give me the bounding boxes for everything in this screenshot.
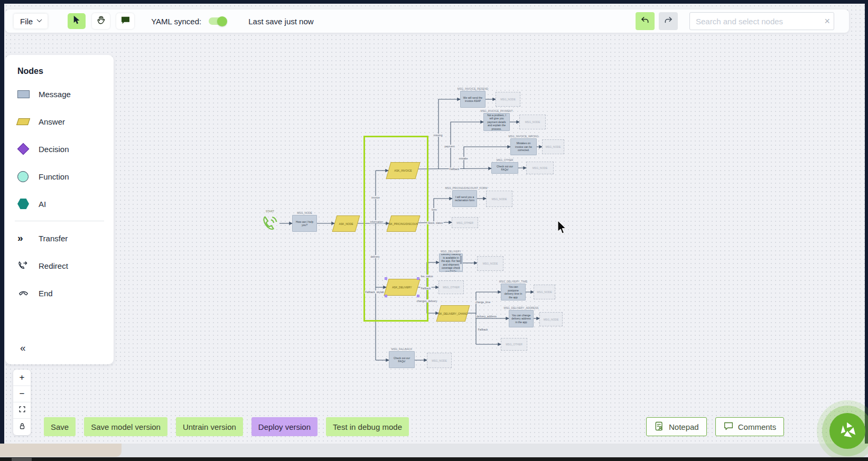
edge-label: delivery xyxy=(370,255,380,258)
selection-handle[interactable] xyxy=(417,277,419,280)
msg-delivery[interactable]: MSG_DELIVERYDelivery tracking is availab… xyxy=(439,253,463,272)
ghost-10[interactable]: MSG_OTHER xyxy=(452,217,478,228)
node-title: MSG_PRICING/DISCOUNT_FORM xyxy=(445,186,484,190)
ask-pricing[interactable]: ASK_PRICING/DISCOUNT xyxy=(389,215,418,232)
ghost-9[interactable]: MSG_OTHER xyxy=(501,338,527,351)
msg-other-invoice[interactable]: MSG_OTHERCheck out our FAQs! xyxy=(491,162,518,174)
select-tool-button[interactable] xyxy=(68,13,86,29)
redo-button[interactable] xyxy=(659,12,678,30)
test-debug-mode-button[interactable]: Test in debug mode xyxy=(326,417,409,436)
actions-row: Save Save model version Untrain version … xyxy=(44,417,409,436)
node-label: ASK_DELIVERY xyxy=(386,279,418,296)
selection-handle[interactable] xyxy=(385,277,387,280)
flow-canvas[interactable]: MSG_NODEHow can I help you?ASK_NODEASK_I… xyxy=(4,4,865,444)
node-title: MSG_DELIVERY_TIME xyxy=(493,280,533,283)
node-text: Not a problem, I will give you payment d… xyxy=(484,114,509,130)
ghost-3[interactable]: MSG_NODE xyxy=(542,139,564,154)
notepad-label: Notepad xyxy=(669,422,699,431)
ghost-11[interactable]: MSG_OTHER xyxy=(438,280,464,294)
palette-item-transfer[interactable]: »Transfer xyxy=(5,224,114,252)
ghost-1[interactable]: MSG_NODE xyxy=(496,92,520,107)
palette-item-function[interactable]: Function xyxy=(5,163,114,190)
selection-handle[interactable] xyxy=(385,295,387,297)
palette-divider xyxy=(15,221,104,221)
node-label: MSG_NODE xyxy=(499,98,517,101)
redo-icon xyxy=(664,16,673,26)
undo-button[interactable] xyxy=(636,12,655,30)
msg-delivery-time[interactable]: MSG_DELIVERY_TIMEYou can postpone delive… xyxy=(501,284,526,300)
comments-icon xyxy=(723,421,734,432)
ghost-8[interactable]: MSG_NODE xyxy=(539,312,563,326)
redirect-shape-icon xyxy=(17,260,33,271)
node-scrollbar[interactable] xyxy=(460,255,462,270)
ask-invoice[interactable]: ASK_INVOICE xyxy=(388,162,418,179)
palette-item-decision[interactable]: Decision xyxy=(5,135,114,163)
brand-triangles-icon xyxy=(837,420,857,442)
deploy-version-button[interactable]: Deploy version xyxy=(251,417,318,436)
msg-node-main[interactable]: MSG_NODEHow can I help you? xyxy=(292,215,317,232)
lock-button[interactable] xyxy=(13,419,31,435)
edge-label: information xyxy=(370,220,384,223)
msg-invoice-payment[interactable]: MSG_INVOICE_PAYMENTNot a problem, I will… xyxy=(483,113,510,131)
scrollbar-thumb[interactable] xyxy=(0,444,122,457)
end-shape-icon xyxy=(17,289,33,297)
start-phone-icon xyxy=(261,225,279,234)
comment-tool-button[interactable] xyxy=(116,13,134,29)
function-shape-icon xyxy=(17,171,33,182)
node-label: MSG_NODE xyxy=(544,145,563,148)
palette-item-label: AI xyxy=(39,200,46,209)
ghost-12[interactable]: MSG_NODE xyxy=(427,353,452,368)
comments-button[interactable]: Comments xyxy=(715,417,785,436)
collapse-panel-button[interactable]: « xyxy=(20,342,26,354)
node-label: MSG_OTHER xyxy=(455,221,475,224)
edge-label: invoice xyxy=(371,196,380,199)
msg-pricing-form[interactable]: MSG_PRICING/DISCOUNT_FORMI will send you… xyxy=(452,190,477,207)
brand-circle xyxy=(829,413,865,449)
ghost-2[interactable]: MSG_NODE xyxy=(519,115,546,129)
edge-label: fee, status xyxy=(420,275,433,278)
ghost-4[interactable]: MSG_NODE xyxy=(526,162,554,174)
palette-item-answer[interactable]: Answer xyxy=(5,108,114,135)
window-right-edge xyxy=(865,4,868,444)
notepad-button[interactable]: Notepad xyxy=(646,417,707,436)
ghost-5[interactable]: MSG_NODE xyxy=(486,191,512,207)
palette-item-redirect[interactable]: Redirect xyxy=(5,252,114,279)
ask-delivery-change[interactable]: ASK_DELIVERY_CHANGE xyxy=(438,305,468,322)
fit-view-button[interactable] xyxy=(13,402,31,419)
ghost-6[interactable]: MSG_NODE xyxy=(477,256,503,271)
untrain-version-button[interactable]: Untrain version xyxy=(176,417,243,436)
file-menu-button[interactable]: File xyxy=(14,14,48,29)
node-label: MSG_NODE xyxy=(531,166,549,170)
node-label: MSG_NODE xyxy=(524,120,542,124)
mouse-cursor-icon xyxy=(557,220,568,237)
pan-tool-button[interactable] xyxy=(92,13,110,29)
horizontal-scrollbar[interactable] xyxy=(0,444,868,458)
node-text: How can I help you? xyxy=(293,215,316,231)
yaml-synced-toggle[interactable] xyxy=(209,17,226,25)
msg-invoice-resend[interactable]: MSG_INVOICE_RESENDWe will send the invoi… xyxy=(460,91,486,108)
msg-delivery-address[interactable]: MSG_DELIVERY_ADDRESSYou can change deliv… xyxy=(509,310,534,327)
ghost-7[interactable]: MSG_NODE xyxy=(534,285,555,299)
zoom-in-button[interactable]: + xyxy=(13,370,31,386)
zoom-out-button[interactable]: − xyxy=(13,386,31,402)
msg-fallback[interactable]: MSG_FALLBACKCheck out our FAQs! xyxy=(389,351,415,368)
save-model-version-button[interactable]: Save model version xyxy=(84,417,167,436)
palette-item-ai[interactable]: AI xyxy=(5,190,114,218)
msg-invoice-wrong[interactable]: MSG_INVOICE_WRONGMistakes on invoice can… xyxy=(510,138,537,155)
node-title: MSG_OTHER xyxy=(483,158,526,162)
node-title: MSG_FALLBACK xyxy=(381,347,423,351)
palette-item-label: Message xyxy=(39,90,71,99)
search-nodes-input[interactable] xyxy=(689,12,834,30)
save-button[interactable]: Save xyxy=(44,417,76,436)
node-text: You can postpone delivery time in the ap… xyxy=(501,284,525,300)
ask-node[interactable]: ASK_NODE xyxy=(334,215,358,232)
node-title: MSG_DELIVERY xyxy=(432,250,470,253)
start-node[interactable]: START xyxy=(260,210,280,234)
palette-item-end[interactable]: End xyxy=(5,279,114,307)
node-text: Check out our FAQs! xyxy=(492,163,518,173)
selection-handle[interactable] xyxy=(417,295,419,297)
node-text: Check out our FAQs! xyxy=(389,352,414,368)
palette-item-message[interactable]: Message xyxy=(5,80,114,108)
clear-search-icon[interactable]: × xyxy=(824,16,830,26)
ask-delivery[interactable]: ASK_DELIVERY xyxy=(386,279,418,296)
